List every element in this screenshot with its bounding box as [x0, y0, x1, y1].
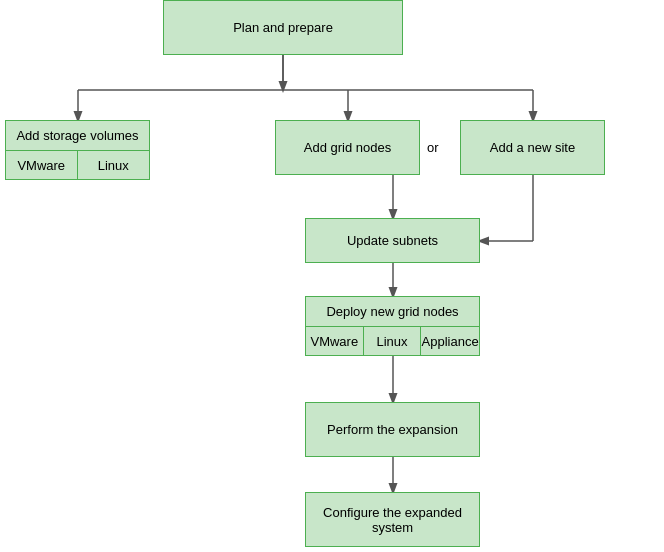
- add-grid-nodes-box[interactable]: Add grid nodes: [275, 120, 420, 175]
- add-storage-volumes-box: Add storage volumes: [6, 121, 149, 151]
- add-storage-group: Add storage volumes VMware Linux: [5, 120, 150, 180]
- vmware1-box[interactable]: VMware: [6, 151, 78, 179]
- storage-sub-row: VMware Linux: [6, 151, 149, 179]
- linux1-label: Linux: [98, 158, 129, 173]
- connector-lines: [0, 0, 664, 552]
- add-storage-volumes-label: Add storage volumes: [16, 128, 138, 143]
- perform-expansion-label: Perform the expansion: [327, 422, 458, 437]
- perform-expansion-box[interactable]: Perform the expansion: [305, 402, 480, 457]
- plan-and-prepare-label: Plan and prepare: [233, 20, 333, 35]
- add-new-site-label: Add a new site: [490, 140, 575, 155]
- plan-and-prepare-box: Plan and prepare: [163, 0, 403, 55]
- deploy-grid-nodes-label: Deploy new grid nodes: [326, 304, 458, 319]
- linux2-box[interactable]: Linux: [364, 327, 422, 355]
- deploy-sub-row: VMware Linux Appliance: [306, 327, 479, 355]
- deploy-grid-nodes-group: Deploy new grid nodes VMware Linux Appli…: [305, 296, 480, 356]
- update-subnets-label: Update subnets: [347, 233, 438, 248]
- deploy-grid-nodes-box: Deploy new grid nodes: [306, 297, 479, 327]
- vmware2-label: VMware: [310, 334, 358, 349]
- configure-expanded-label: Configure the expanded system: [314, 505, 471, 535]
- diagram: Plan and prepare Add storage volumes VMw…: [0, 0, 664, 552]
- linux2-label: Linux: [376, 334, 407, 349]
- vmware1-label: VMware: [17, 158, 65, 173]
- appliance-label: Appliance: [422, 334, 479, 349]
- update-subnets-box[interactable]: Update subnets: [305, 218, 480, 263]
- configure-expanded-box[interactable]: Configure the expanded system: [305, 492, 480, 547]
- add-new-site-box[interactable]: Add a new site: [460, 120, 605, 175]
- linux1-box[interactable]: Linux: [78, 151, 150, 179]
- vmware2-box[interactable]: VMware: [306, 327, 364, 355]
- appliance-box[interactable]: Appliance: [421, 327, 479, 355]
- or-label: or: [427, 140, 439, 155]
- add-grid-nodes-label: Add grid nodes: [304, 140, 391, 155]
